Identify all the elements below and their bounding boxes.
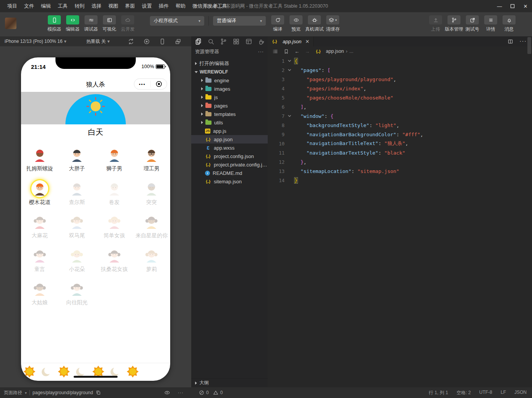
folder-engine[interactable]: engine [191,76,268,85]
folder-images[interactable]: images [191,85,268,93]
teapot-icon[interactable] [257,38,265,45]
exit-miniprogram-button[interactable] [151,81,167,87]
editor-more-icon[interactable]: ··· [519,38,527,45]
nav-back-icon[interactable]: ← [294,49,299,54]
project-root-werewolf[interactable]: WEREWOLF [191,68,268,76]
code-line-10[interactable]: 10 "navigationBarTitleText": "狼人杀", [268,139,532,148]
character-简单女孩[interactable]: 简单女孩 [96,214,133,247]
menu-item[interactable]: 工具 [54,0,71,12]
action-buttons-eye-button[interactable]: 预览 [287,15,305,33]
code-line-5[interactable]: 5 "pages/chooseRole/chooseRole" [268,93,532,102]
outline-list-icon[interactable] [272,49,278,54]
mode-buttons-layout-button[interactable]: 可视化 [100,15,119,33]
menu-item[interactable]: 选择 [88,0,105,12]
character-理工男[interactable]: 理工男 [133,147,171,180]
code-line-9[interactable]: 9 "navigationBarBackgroundColor": "#fff"… [268,130,532,139]
action-buttons-bug-button[interactable]: 真机调试 [305,15,324,33]
character-查尔斯[interactable]: 查尔斯 [59,180,96,214]
file-project.private.config.js...[interactable]: {..}project.private.config.js... [191,160,268,169]
menu-item[interactable]: 项目 [4,0,21,12]
code-line-11[interactable]: 11 "navigationBarTextStyle": "black" [268,148,532,157]
action-buttons-refresh-button[interactable]: 编译 [268,15,287,33]
character-突突[interactable]: 突突 [133,180,171,214]
character-大胖子[interactable]: 大胖子 [59,147,96,180]
minimize-button[interactable]: — [493,0,506,12]
mode-dropdown[interactable]: 小程序模式 ▾ [150,16,204,26]
folder-pages[interactable]: pages [191,101,268,110]
close-button[interactable]: ✕ [519,0,532,12]
page-path-label[interactable]: 页面路径 [4,390,22,396]
right-buttons-lines-button[interactable]: 详情 [482,15,500,33]
code-line-3[interactable]: 3 "pages/playground/playground", [268,75,532,84]
character-双马尾[interactable]: 双马尾 [59,214,96,247]
extensions-icon[interactable] [232,38,240,45]
code-area[interactable]: 1{2 "pages": [3 "pages/playground/playgr… [268,56,532,387]
menu-item[interactable]: 插件 [155,0,172,12]
maximize-button[interactable] [506,0,519,12]
right-buttons-branch-button[interactable]: 版本管理 [445,15,463,33]
cursor-position[interactable]: 行 1, 列 1 [429,390,448,396]
files-icon[interactable] [194,38,202,45]
character-卷发[interactable]: 卷发 [96,180,133,214]
split-editor-icon[interactable] [508,39,513,44]
action-buttons-layers-button[interactable]: ▾清缓存 [324,15,342,33]
encoding[interactable]: UTF-8 [479,390,492,396]
indent-setting[interactable]: 空格: 2 [457,390,471,396]
rotate-icon[interactable] [128,38,134,45]
folder-js[interactable]: js [191,93,268,101]
file-app.wxss[interactable]: 3app.wxss [191,144,268,152]
menu-item[interactable]: 微信开发者工具 [189,0,231,12]
character-大麻花[interactable]: 大麻花 [21,214,59,247]
character-童言[interactable]: 童言 [21,247,59,281]
code-line-7[interactable]: 7 "window": { [268,111,532,121]
character-来自星星的你[interactable]: 来自星星的你 [133,214,171,247]
detach-window-icon[interactable] [175,38,181,45]
fold-chevron-icon[interactable] [285,68,294,72]
open-editors-section[interactable]: 打开的编辑器 [191,59,268,68]
compile-dropdown[interactable]: 普通编译 ▾ [213,16,266,26]
menu-item[interactable]: 界面 [122,0,138,12]
menu-item[interactable]: 转到 [71,0,88,12]
code-line-4[interactable]: 4 "pages/index/index", [268,84,532,93]
eol[interactable]: LF [501,390,506,396]
user-avatar[interactable] [5,18,16,29]
code-line-8[interactable]: 8 "backgroundTextStyle": "light", [268,121,532,130]
character-小花朵[interactable]: 小花朵 [59,247,96,281]
close-tab-icon[interactable]: ✕ [305,39,309,44]
more-actions-icon[interactable]: ··· [258,49,264,54]
device-frame-icon[interactable] [159,38,166,45]
file-app.js[interactable]: JSapp.js [191,127,268,135]
character-向往阳光[interactable]: 向往阳光 [59,281,96,314]
tab-app-json[interactable]: {..} app.json ✕ [268,36,314,46]
character-樱木花道[interactable]: 樱木花道 [21,180,59,214]
search-icon[interactable] [207,38,215,45]
character-萝莉[interactable]: 萝莉 [133,247,171,281]
code-line-14[interactable]: 14} [268,176,532,185]
hot-reload-toggle[interactable]: 热重载 关 [86,38,106,45]
mode-buttons-phone-button[interactable]: 模拟器 [45,15,63,33]
right-buttons-bell-button[interactable]: 消息 [500,15,518,33]
breadcrumb[interactable]: {..} app.json › ... [315,49,353,54]
fold-chevron-icon[interactable] [285,59,294,63]
code-line-12[interactable]: 12 }, [268,157,532,166]
character-狮子男[interactable]: 狮子男 [96,147,133,180]
fold-chevron-icon[interactable] [285,114,294,118]
file-project.config.json[interactable]: {..}project.config.json [191,152,268,160]
mode-buttons-code-button[interactable]: 编辑器 [63,15,82,33]
folder-templates[interactable]: templates [191,110,268,118]
mode-buttons-sliders-button[interactable]: 调试器 [82,15,100,33]
file-sitemap.json[interactable]: {..}sitemap.json [191,177,268,186]
statusbar-more-icon[interactable]: ··· [178,390,184,395]
character-扎姆斯螺旋[interactable]: 扎姆斯螺旋 [21,147,59,180]
nav-forward-icon[interactable]: → [305,49,310,54]
language-mode[interactable]: JSON [514,390,527,396]
code-line-2[interactable]: 2 "pages": [ [268,65,532,75]
character-大姑娘[interactable]: 大姑娘 [21,281,59,314]
code-line-1[interactable]: 1{ [268,56,532,65]
bookmark-icon[interactable] [283,49,289,54]
folder-utils[interactable]: utils [191,118,268,127]
device-selector[interactable]: iPhone 12/13 (Pro) 100% 16 [5,39,62,44]
git-branch-icon[interactable] [220,38,227,45]
character-扶桑花女孩[interactable]: 扶桑花女孩 [96,247,133,281]
more-menu-button[interactable]: ••• [134,82,150,86]
